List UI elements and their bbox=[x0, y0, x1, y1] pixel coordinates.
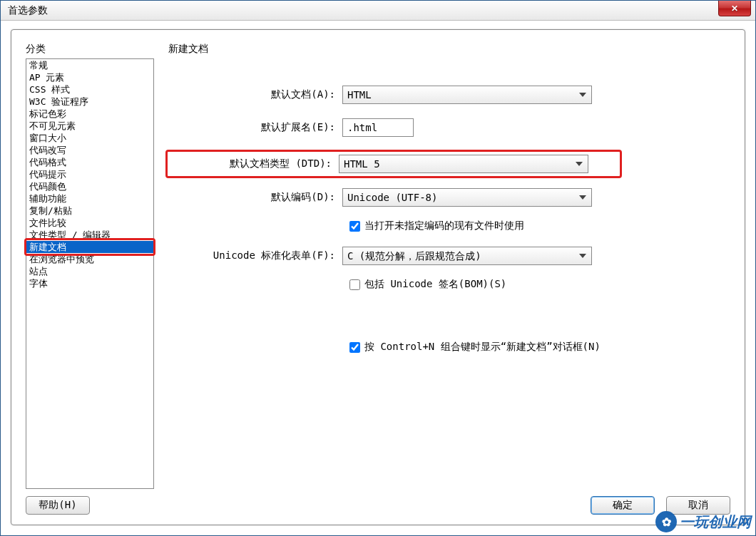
include-bom-checkbox[interactable] bbox=[349, 279, 360, 290]
default-dtd-select[interactable]: HTML 5 bbox=[339, 155, 588, 173]
dialog-content: 分类 常规AP 元素CSS 样式W3C 验证程序标记色彩不可见元素窗口大小代码改… bbox=[11, 29, 745, 525]
label-default-ext: 默认扩展名(E): bbox=[168, 121, 342, 134]
category-item[interactable]: 字体 bbox=[26, 277, 153, 289]
category-item[interactable]: CSS 样式 bbox=[26, 83, 153, 96]
label-default-dtd: 默认文档类型 (DTD): bbox=[168, 158, 339, 170]
window-title: 首选参数 bbox=[8, 4, 48, 17]
include-bom-label: 包括 Unicode 签名(BOM)(S) bbox=[364, 278, 506, 291]
form-area: 默认文档(A): HTML 默认扩展名(E): bbox=[168, 58, 730, 489]
cancel-button[interactable]: 取消 bbox=[666, 496, 730, 515]
show-new-doc-label: 按 Control+N 组合键时显示“新建文档”对话框(N) bbox=[364, 341, 601, 354]
category-item[interactable]: 复制/粘贴 bbox=[26, 205, 153, 217]
close-button[interactable]: ✕ bbox=[718, 1, 751, 16]
titlebar: 首选参数 ✕ bbox=[1, 1, 755, 21]
unicode-normalization-select[interactable]: C (规范分解，后跟规范合成) bbox=[342, 247, 592, 265]
category-item[interactable]: 代码改写 bbox=[26, 144, 153, 156]
settings-header: 新建文档 bbox=[168, 43, 730, 56]
category-item[interactable]: 代码格式 bbox=[26, 156, 153, 168]
close-icon: ✕ bbox=[731, 4, 738, 14]
use-encoding-label: 当打开未指定编码的现有文件时使用 bbox=[364, 220, 524, 232]
show-new-doc-checkbox[interactable] bbox=[349, 342, 360, 353]
default-extension-input[interactable] bbox=[342, 118, 414, 137]
category-item[interactable]: W3C 验证程序 bbox=[26, 96, 153, 108]
default-encoding-select[interactable]: Unicode (UTF-8) bbox=[342, 188, 592, 207]
preferences-window: 首选参数 ✕ 分类 常规AP 元素CSS 样式W3C 验证程序标记色彩不可见元素… bbox=[0, 0, 756, 536]
category-item[interactable]: 窗口大小 bbox=[26, 132, 153, 144]
help-button[interactable]: 帮助(H) bbox=[26, 496, 90, 515]
highlight-annotation-dtd: 默认文档类型 (DTD): HTML 5 bbox=[165, 150, 622, 178]
use-encoding-checkbox[interactable] bbox=[349, 221, 360, 232]
label-default-encoding: 默认编码(D): bbox=[168, 191, 342, 204]
category-item[interactable]: 站点 bbox=[26, 265, 153, 277]
category-header: 分类 bbox=[26, 43, 154, 56]
category-item[interactable]: 文件比较 bbox=[26, 217, 153, 229]
label-unicode-form: Unicode 标准化表单(F): bbox=[168, 249, 342, 262]
settings-panel: 新建文档 默认文档(A): HTML 默认扩展名(E): bbox=[168, 43, 730, 489]
category-item[interactable]: 代码颜色 bbox=[26, 180, 153, 192]
category-item[interactable]: 常规 bbox=[26, 59, 153, 71]
default-document-select[interactable]: HTML bbox=[342, 86, 592, 104]
category-panel: 分类 常规AP 元素CSS 样式W3C 验证程序标记色彩不可见元素窗口大小代码改… bbox=[26, 43, 154, 489]
category-item[interactable]: 标记色彩 bbox=[26, 108, 153, 120]
category-item[interactable]: 代码提示 bbox=[26, 168, 153, 180]
category-item[interactable]: 文件类型 / 编辑器 bbox=[26, 229, 153, 241]
label-default-doc: 默认文档(A): bbox=[168, 88, 342, 101]
category-item[interactable]: 在浏览器中预览 bbox=[26, 253, 153, 265]
category-item[interactable]: 辅助功能 bbox=[26, 192, 153, 205]
category-item[interactable]: 不可见元素 bbox=[26, 120, 153, 132]
category-item[interactable]: 新建文档 bbox=[26, 241, 153, 253]
ok-button[interactable]: 确定 bbox=[591, 496, 655, 515]
category-item[interactable]: AP 元素 bbox=[26, 71, 153, 83]
category-list[interactable]: 常规AP 元素CSS 样式W3C 验证程序标记色彩不可见元素窗口大小代码改写代码… bbox=[26, 58, 154, 489]
button-row: 帮助(H) 确定 取消 bbox=[26, 489, 730, 515]
